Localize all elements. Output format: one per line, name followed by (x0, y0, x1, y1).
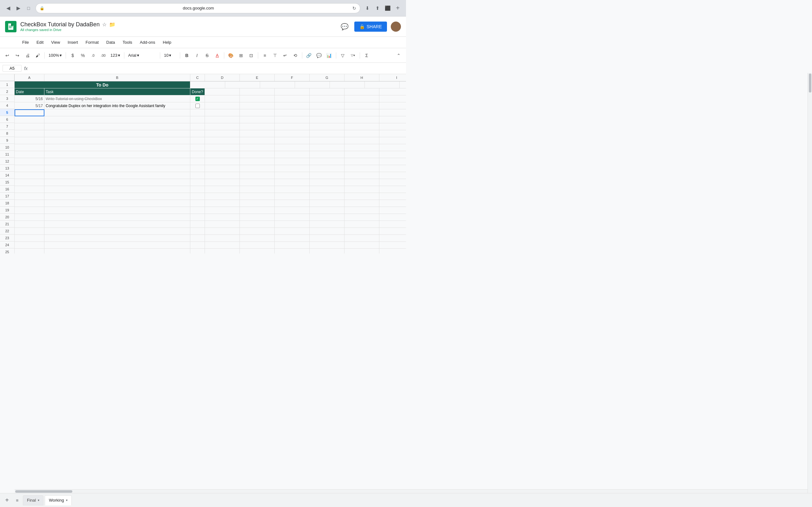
cell-c12[interactable] (190, 158, 205, 165)
cell-d23[interactable] (205, 235, 240, 242)
menu-insert[interactable]: Insert (64, 39, 81, 46)
cell-f21[interactable] (275, 221, 310, 228)
cell-d17[interactable] (205, 193, 240, 200)
cell-b6[interactable] (44, 116, 190, 123)
menu-help[interactable]: Help (159, 39, 174, 46)
cell-d14[interactable] (205, 172, 240, 179)
cell-d7[interactable] (205, 123, 240, 130)
cell-h21[interactable] (345, 221, 379, 228)
cell-a1-merged[interactable]: To Do (14, 81, 190, 89)
cell-b20[interactable] (44, 214, 190, 221)
cell-c23[interactable] (190, 235, 205, 242)
row-header-8[interactable]: 8 (0, 130, 14, 137)
cell-g9[interactable] (310, 137, 345, 144)
cell-c11[interactable] (190, 151, 205, 158)
cell-g14[interactable] (310, 172, 345, 179)
cell-f12[interactable] (275, 158, 310, 165)
cell-g13[interactable] (310, 165, 345, 172)
cell-d16[interactable] (205, 186, 240, 193)
cell-f23[interactable] (275, 235, 310, 242)
cell-g4[interactable] (310, 102, 345, 109)
cell-e4[interactable] (240, 102, 275, 109)
cell-d24[interactable] (205, 242, 240, 249)
cell-a10[interactable] (14, 144, 44, 151)
cell-e2[interactable] (240, 89, 275, 95)
text-rotate-button[interactable]: ⟲ (291, 51, 300, 60)
cell-f4[interactable] (275, 102, 310, 109)
cell-h17[interactable] (345, 193, 379, 200)
cell-b22[interactable] (44, 228, 190, 235)
col-header-i[interactable]: I (379, 74, 406, 81)
download-button[interactable]: ⬇ (363, 4, 372, 13)
row-header-22[interactable]: 22 (0, 228, 14, 234)
share-browser-button[interactable]: ⬆ (373, 4, 382, 13)
cell-e7[interactable] (240, 123, 275, 130)
col-header-f[interactable]: F (275, 74, 310, 81)
cell-g20[interactable] (310, 214, 345, 221)
row-header-7[interactable]: 7 (0, 123, 14, 130)
cell-i19[interactable] (379, 207, 406, 214)
cell-c4[interactable] (190, 102, 205, 109)
cell-f2[interactable] (275, 89, 310, 95)
cell-g21[interactable] (310, 221, 345, 228)
cell-h12[interactable] (345, 158, 379, 165)
cell-f9[interactable] (275, 137, 310, 144)
row-header-18[interactable]: 18 (0, 200, 14, 207)
cell-e21[interactable] (240, 221, 275, 228)
cell-g19[interactable] (310, 207, 345, 214)
cell-i4[interactable] (379, 102, 406, 109)
cell-b11[interactable] (44, 151, 190, 158)
cell-g2[interactable] (310, 89, 345, 95)
strikethrough-button[interactable]: S (202, 51, 212, 60)
col-header-a[interactable]: A (14, 74, 44, 81)
cell-f22[interactable] (275, 228, 310, 235)
cell-g12[interactable] (310, 158, 345, 165)
checkbox-unchecked[interactable] (195, 104, 200, 108)
menu-edit[interactable]: Edit (33, 39, 47, 46)
cell-g16[interactable] (310, 186, 345, 193)
cell-d2[interactable] (205, 89, 240, 95)
cell-c24[interactable] (190, 242, 205, 249)
cell-d6[interactable] (205, 116, 240, 123)
italic-button[interactable]: I (192, 51, 202, 60)
cell-a23[interactable] (14, 235, 44, 242)
cell-e11[interactable] (240, 151, 275, 158)
cell-b17[interactable] (44, 193, 190, 200)
cell-b12[interactable] (44, 158, 190, 165)
row-header-6[interactable]: 6 (0, 116, 14, 123)
row-header-10[interactable]: 10 (0, 144, 14, 151)
grid-area[interactable]: A B C D E F G H I J To Do Da (14, 74, 406, 253)
cell-c13[interactable] (190, 165, 205, 172)
cell-c8[interactable] (190, 130, 205, 137)
cell-b5[interactable] (44, 109, 190, 116)
cell-d20[interactable] (205, 214, 240, 221)
cell-i17[interactable] (379, 193, 406, 200)
cell-f25[interactable] (275, 249, 310, 253)
cell-i7[interactable] (379, 123, 406, 130)
cell-a22[interactable] (14, 228, 44, 235)
cell-i13[interactable] (379, 165, 406, 172)
cell-i2[interactable] (379, 89, 406, 95)
cell-c3[interactable]: ✓ (190, 95, 205, 102)
cell-a5-selected[interactable] (14, 109, 44, 116)
cell-h1[interactable] (330, 81, 365, 89)
collapse-toolbar-button[interactable]: ⌃ (394, 51, 403, 60)
cell-h23[interactable] (345, 235, 379, 242)
cell-c2[interactable]: Done? (190, 89, 205, 95)
back-button[interactable]: ◀ (4, 4, 13, 13)
menu-view[interactable]: View (48, 39, 63, 46)
cell-d1[interactable] (190, 81, 225, 89)
borders-button[interactable]: ⊞ (236, 51, 246, 60)
cell-e16[interactable] (240, 186, 275, 193)
chart-button[interactable]: 📊 (324, 51, 334, 60)
col-header-g[interactable]: G (310, 74, 345, 81)
comments-button[interactable]: 💬 (339, 21, 351, 32)
cell-c18[interactable] (190, 200, 205, 207)
cell-reference-input[interactable] (3, 65, 21, 72)
cell-i12[interactable] (379, 158, 406, 165)
cell-f17[interactable] (275, 193, 310, 200)
cell-i14[interactable] (379, 172, 406, 179)
cell-f20[interactable] (275, 214, 310, 221)
cell-c19[interactable] (190, 207, 205, 214)
cell-h19[interactable] (345, 207, 379, 214)
